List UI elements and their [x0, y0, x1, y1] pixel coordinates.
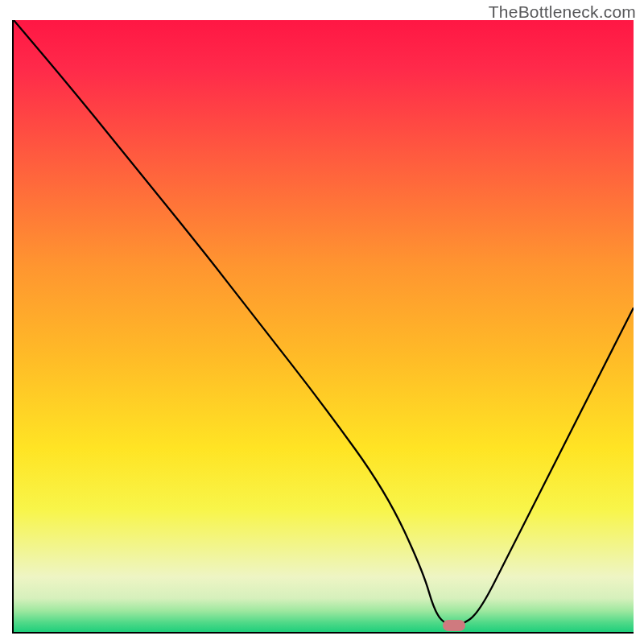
bottleneck-curve	[14, 20, 634, 632]
optimal-point-marker	[443, 620, 465, 631]
chart-container: TheBottleneck.com	[0, 0, 644, 644]
plot-area	[12, 20, 634, 634]
watermark-text: TheBottleneck.com	[489, 2, 636, 22]
